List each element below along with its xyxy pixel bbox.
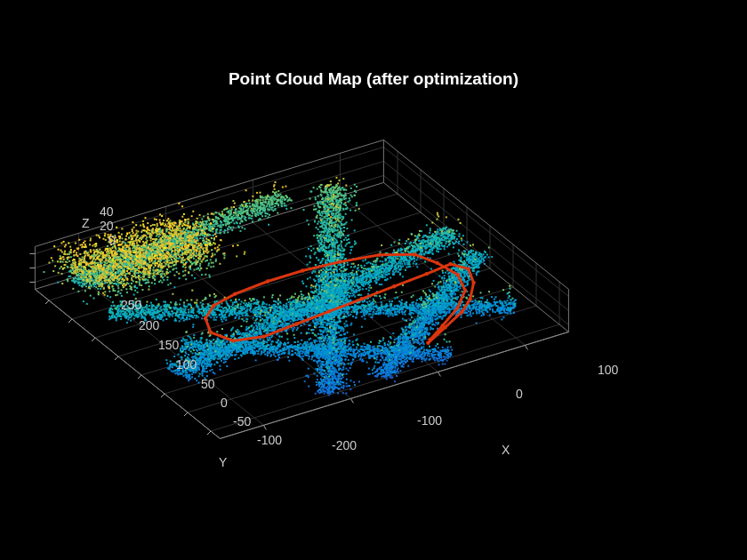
x-tick: -200 xyxy=(332,438,357,452)
x-axis-label: X xyxy=(502,443,510,457)
y-tick: -50 xyxy=(233,414,251,428)
z-tick: 20 xyxy=(100,219,114,233)
y-tick: 50 xyxy=(201,377,215,391)
z-axis-label: Z xyxy=(82,216,90,230)
y-axis-label: Y xyxy=(219,455,227,469)
plot-3d[interactable]: Point Cloud Map (after optimization) X Y… xyxy=(0,0,747,560)
z-tick: 0 xyxy=(108,233,116,247)
y-tick: 100 xyxy=(176,357,197,372)
y-tick: 250 xyxy=(121,298,141,312)
x-tick: -100 xyxy=(417,413,442,428)
y-tick: 150 xyxy=(158,338,179,352)
x-tick: 0 xyxy=(516,387,523,401)
chart-title: Point Cloud Map (after optimization) xyxy=(0,69,747,89)
y-tick: 0 xyxy=(221,396,228,410)
z-tick: 40 xyxy=(100,204,114,219)
y-tick: -100 xyxy=(257,433,282,447)
x-tick: 100 xyxy=(598,363,618,377)
y-tick: 200 xyxy=(139,318,159,332)
